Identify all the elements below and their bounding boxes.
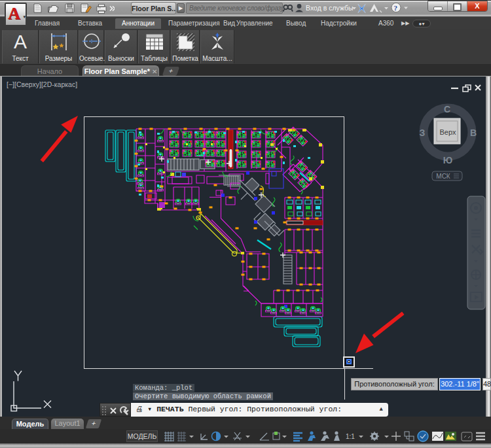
svg-text:В: В [470, 128, 477, 138]
svg-text:С: С [444, 104, 450, 114]
svg-text:З: З [420, 128, 426, 138]
svg-text:1:1: 1:1 [346, 433, 355, 440]
svg-text:МСК: МСК [436, 173, 450, 180]
svg-text:?: ? [394, 4, 398, 12]
svg-text:Ю: Ю [443, 155, 452, 165]
svg-text:Верх: Верх [440, 128, 456, 136]
svg-text:Вход в службы: Вход в службы [306, 4, 354, 12]
